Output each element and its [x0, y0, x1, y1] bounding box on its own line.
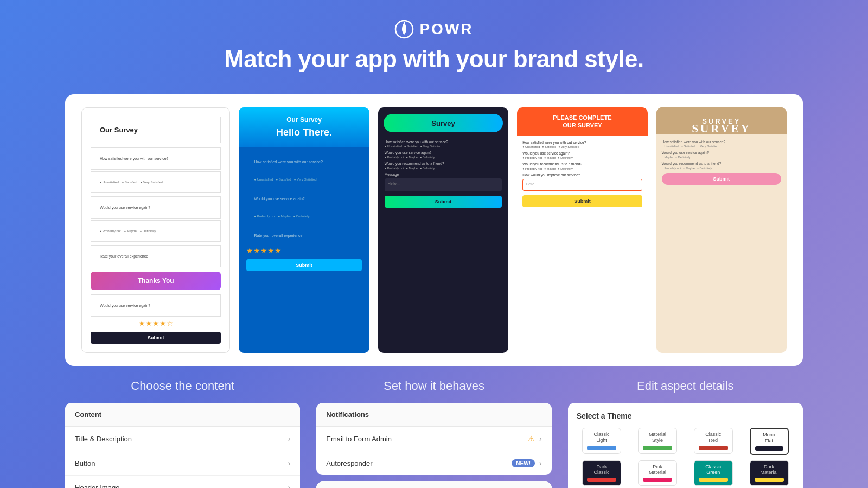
powr-logo-icon — [394, 20, 414, 39]
content-panel: Content Title & Description › Button › H… — [65, 403, 300, 488]
theme-dark-classic[interactable]: DarkClassic — [577, 460, 627, 486]
card5-submit[interactable]: Submit — [662, 173, 781, 185]
card2-stars: ★★★★★ — [246, 246, 361, 255]
content-header-image-chevron: › — [288, 483, 291, 488]
card1-thankyou: Thanks You — [91, 272, 221, 290]
survey-card-orange: PLEASE COMPLETEOUR SURVEY How satisfied … — [517, 107, 647, 353]
classic-red-swatch — [699, 446, 728, 450]
survey-card-dark: Survey How satisfied were you with out s… — [378, 107, 508, 353]
theme-grid: ClassicLight MaterialStyle ClassicRed — [577, 428, 794, 486]
notifications-header: Notifications — [316, 403, 551, 427]
theme-mono-flat[interactable]: MonoFlat — [744, 428, 794, 455]
bottom-section: Choose the content Content Title & Descr… — [65, 379, 803, 488]
email-admin-chevron: › — [539, 434, 542, 443]
classic-light-swatch — [587, 446, 616, 450]
header-tagline: Match your app with your brand style. — [0, 46, 868, 73]
card2-title: Our Survey — [247, 116, 360, 124]
pink-material-swatch — [643, 478, 672, 482]
content-title-chevron: › — [288, 434, 291, 443]
autoresponder-chevron: › — [539, 459, 542, 467]
theme-classic-light-card: ClassicLight — [582, 428, 621, 454]
theme-mono-flat-card: MonoFlat — [750, 428, 789, 455]
content-header-image-label: Header Image — [75, 484, 119, 489]
theme-dark-material[interactable]: DarkMaterial — [744, 460, 794, 486]
autoresponder-item[interactable]: Autoresponder NEW! › — [316, 451, 551, 475]
content-panel-header: Content — [65, 403, 300, 427]
card4-message: Hello... — [522, 179, 642, 191]
survey-cards-container: Our Survey How satisfied were you with o… — [65, 94, 803, 366]
content-item-header-image[interactable]: Header Image › — [65, 476, 300, 488]
content-column: Choose the content Content Title & Descr… — [65, 379, 300, 488]
submission-header: Submission Behavior — [316, 481, 551, 488]
card2-hello: Hello There. — [247, 127, 360, 138]
card5-header: SURVEY — [656, 107, 787, 134]
mono-flat-swatch — [755, 446, 783, 451]
card4-submit[interactable]: Submit — [522, 195, 642, 207]
svg-point-1 — [402, 27, 406, 31]
dark-classic-swatch — [587, 478, 616, 482]
material-style-swatch — [643, 446, 672, 450]
logo-container: POWR — [0, 20, 868, 39]
content-item-title[interactable]: Title & Description › — [65, 427, 300, 451]
theme-classic-green-card: ClassicGreen — [694, 460, 733, 486]
dark-material-swatch — [755, 478, 784, 482]
logo-text: POWR — [419, 21, 473, 38]
behavior-column: Set how it behaves Notifications Email t… — [316, 379, 551, 488]
theme-classic-red[interactable]: ClassicRed — [688, 428, 738, 455]
theme-dark-material-card: DarkMaterial — [750, 460, 789, 486]
card1-stars: ★★★★☆ — [91, 319, 221, 328]
classic-green-swatch — [699, 478, 728, 482]
survey-card-beige: SURVEY How satisfied were you with our s… — [656, 107, 787, 353]
design-column: Edit aspect details Select a Theme Class… — [568, 379, 803, 488]
theme-material-style[interactable]: MaterialStyle — [632, 428, 682, 455]
survey-card-blue: Our Survey Hello There. How satisfied we… — [239, 107, 369, 353]
theme-panel: Select a Theme ClassicLight MaterialStyl… — [568, 403, 803, 488]
notifications-panel: Notifications Email to Form Admin ⚠ › Au… — [316, 403, 551, 475]
theme-pink-material[interactable]: PinkMaterial — [632, 460, 682, 486]
card1-submit[interactable]: Submit — [91, 332, 221, 344]
behavior-heading: Set how it behaves — [316, 379, 551, 393]
content-heading: Choose the content — [65, 379, 300, 393]
theme-panel-title: Select a Theme — [577, 412, 794, 420]
email-admin-item[interactable]: Email to Form Admin ⚠ › — [316, 427, 551, 451]
theme-material-style-card: MaterialStyle — [638, 428, 677, 454]
card3-submit[interactable]: Submit — [385, 196, 502, 208]
card4-title: PLEASE COMPLETEOUR SURVEY — [522, 114, 642, 130]
email-admin-label: Email to Form Admin — [326, 435, 392, 443]
design-heading: Edit aspect details — [568, 379, 803, 393]
card1-title: Our Survey — [91, 117, 221, 143]
theme-classic-light[interactable]: ClassicLight — [577, 428, 627, 455]
card3-header: Survey — [384, 114, 503, 132]
theme-pink-material-card: PinkMaterial — [638, 460, 677, 486]
survey-card-classic-light: Our Survey How satisfied were you with o… — [81, 107, 230, 353]
header: POWR Match your app with your brand styl… — [0, 0, 868, 84]
content-item-button[interactable]: Button › — [65, 451, 300, 476]
theme-dark-classic-card: DarkClassic — [582, 460, 621, 486]
card3-message: Hello... — [385, 178, 502, 191]
card2-submit[interactable]: Submit — [246, 259, 361, 271]
submission-panel: Submission Behavior After Submission Opt… — [316, 481, 551, 488]
new-badge: NEW! — [512, 459, 535, 467]
theme-classic-red-card: ClassicRed — [694, 428, 733, 454]
content-button-chevron: › — [288, 459, 291, 467]
content-title-label: Title & Description — [75, 435, 132, 443]
theme-classic-green[interactable]: ClassicGreen — [688, 460, 738, 486]
content-button-label: Button — [75, 459, 95, 467]
warn-icon: ⚠ — [528, 434, 535, 443]
autoresponder-label: Autoresponder — [326, 459, 372, 467]
